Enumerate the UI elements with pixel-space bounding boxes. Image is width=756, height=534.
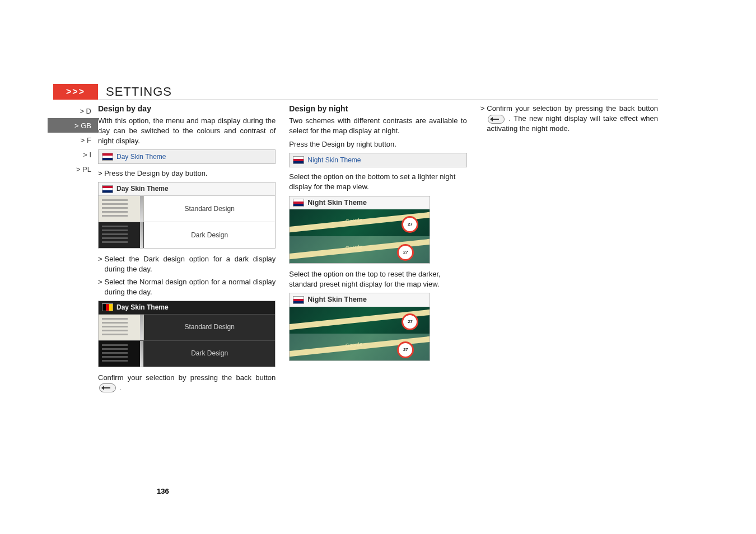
col2-para3: Select the option on the bottom to set a… (289, 172, 466, 192)
speed-sign-icon: 27 (402, 216, 418, 233)
card-header-label: Night Skin Theme (307, 198, 367, 208)
column-3: > Confirm your selection by pressing the… (480, 104, 658, 396)
column-1: Design by day With this option, the menu… (98, 104, 276, 396)
bullet-body: Confirm your selection by pressing the b… (487, 104, 658, 134)
flag-icon (102, 185, 113, 193)
flag-icon (102, 153, 113, 161)
flag-icon (293, 156, 304, 164)
bar-label: Night Skin Theme (307, 156, 361, 165)
option-dark-label: Dark Design (144, 222, 275, 248)
column-2: Design by night Two schemes with differe… (289, 104, 466, 396)
option-dark-row[interactable]: Dark Design (99, 222, 275, 248)
header-chevron: >>> (53, 84, 98, 100)
card-header-label: Night Skin Theme (307, 295, 367, 305)
col1-confirm: Confirm your selection by pressing the b… (98, 373, 276, 393)
option-dark-label: Dark Design (144, 341, 275, 367)
col3-bullet: > Confirm your selection by pressing the… (480, 104, 658, 134)
bullet-marker: > (98, 277, 102, 297)
columns: Design by day With this option, the menu… (98, 104, 658, 396)
thumbnail-dark (99, 222, 144, 248)
confirm-text-b: . (119, 383, 122, 392)
card-header-label: Day Skin Theme (116, 184, 169, 194)
thumbnail-standard (99, 315, 144, 340)
option-standard-label: Standard Design (144, 315, 275, 340)
col1-para1: With this option, the menu and map displ… (98, 116, 276, 147)
header-row: >>> SETTINGS (98, 84, 658, 100)
text-a: Confirm your selection by pressing the b… (487, 104, 658, 113)
speed-sign-icon: 27 (397, 341, 414, 358)
bullet-marker: > (98, 254, 102, 274)
confirm-text-a: Confirm your selection by pressing the b… (98, 373, 276, 382)
section-title: SETTINGS (98, 85, 172, 99)
col2-para4: Select the option on the top to reset th… (289, 269, 466, 289)
map-option-dark[interactable]: 27 (290, 307, 430, 334)
card-header: Night Skin Theme (290, 293, 430, 307)
back-button-icon (99, 383, 116, 392)
bullet-text: Select the Dark design option for a dark… (105, 254, 276, 274)
option-standard-label: Standard Design (144, 196, 275, 222)
sidebar-item-f[interactable]: > F (48, 133, 98, 147)
body-row: > D > GB > F > I > PL Design by day With… (98, 104, 658, 396)
day-skin-theme-bar[interactable]: Day Skin Theme (98, 149, 276, 164)
flag-icon (102, 303, 113, 311)
col2-para1: Two schemes with different contrasts are… (289, 116, 466, 136)
card-header: Day Skin Theme (99, 182, 275, 195)
page-number: 136 (157, 487, 169, 495)
map-option-light[interactable]: Goerde 27 (290, 236, 430, 263)
speed-sign-icon: 27 (397, 244, 414, 261)
bullet-text: Select the Normal design option for a no… (105, 277, 276, 297)
day-skin-card-light: Day Skin Theme Standard Design Dark Desi… (98, 182, 276, 249)
text-b: . The new night display will take effect… (487, 114, 658, 133)
card-header-label: Day Skin Theme (116, 303, 169, 312)
language-sidebar: > D > GB > F > I > PL (48, 104, 98, 396)
night-skin-card-1: Night Skin Theme Goerde 27 Goerde 27 (289, 196, 430, 264)
option-dark-row[interactable]: Dark Design (99, 340, 275, 367)
map-option-dark[interactable]: Goerde 27 (290, 209, 430, 236)
back-button-icon (488, 115, 505, 124)
card-header: Day Skin Theme (99, 301, 275, 314)
card-header: Night Skin Theme (290, 196, 430, 210)
sidebar-item-pl[interactable]: > PL (48, 162, 98, 176)
col2-subheading: Design by night (289, 104, 466, 115)
col1-bullet1: > Select the Dark design option for a da… (98, 254, 276, 274)
option-standard-row[interactable]: Standard Design (99, 195, 275, 222)
sidebar-item-d[interactable]: > D (48, 104, 98, 118)
flag-icon (293, 199, 304, 207)
night-skin-theme-bar[interactable]: Night Skin Theme (289, 153, 466, 167)
sidebar-item-gb[interactable]: > GB (48, 118, 98, 133)
bullet-marker: > (480, 104, 485, 134)
thumbnail-standard (99, 196, 144, 222)
speed-sign-icon: 27 (402, 313, 418, 330)
document-page: >>> SETTINGS > D > GB > F > I > PL Desig… (98, 84, 658, 396)
day-skin-card-dark: Day Skin Theme Standard Design Dark Desi… (98, 301, 276, 367)
sidebar-item-i[interactable]: > I (48, 147, 98, 162)
col2-para2: Press the Design by night button. (289, 139, 466, 149)
col1-subheading: Design by day (98, 104, 276, 115)
flag-icon (293, 296, 304, 304)
thumbnail-dark (99, 341, 144, 367)
map-option-light[interactable]: Goerde 27 (290, 334, 430, 360)
option-standard-row[interactable]: Standard Design (99, 314, 275, 340)
bar-label: Day Skin Theme (116, 152, 166, 162)
night-skin-card-2: Night Skin Theme 27 Goerde 27 (289, 293, 430, 361)
col1-bullet2: > Select the Normal design option for a … (98, 277, 276, 297)
col1-press-text: > Press the Design by day button. (98, 168, 276, 179)
